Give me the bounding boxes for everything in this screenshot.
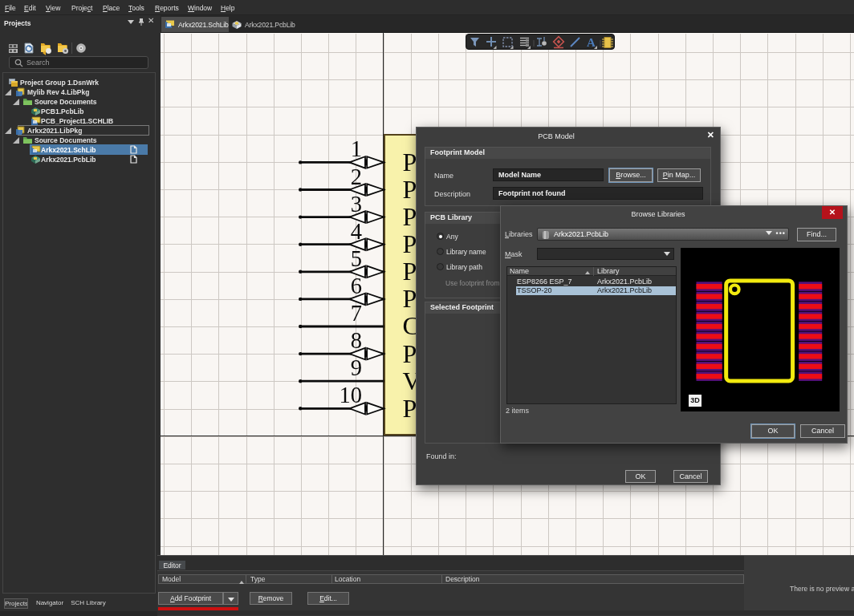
svg-text:A: A: [587, 36, 596, 49]
svg-text:P: P: [403, 229, 417, 258]
svg-text:9: 9: [351, 355, 362, 380]
svg-text:P: P: [403, 202, 417, 231]
svg-text:8: 8: [351, 328, 362, 353]
svg-text:P: P: [403, 339, 417, 368]
svg-text:2: 2: [351, 164, 362, 189]
svg-text:3: 3: [351, 192, 362, 217]
svg-text:5: 5: [351, 246, 362, 271]
svg-text:7: 7: [351, 301, 362, 326]
svg-text:P: P: [403, 175, 417, 204]
svg-text:P: P: [403, 257, 417, 286]
svg-text:10: 10: [340, 383, 363, 407]
svg-text:P: P: [403, 148, 417, 176]
svg-text:P: P: [403, 284, 417, 313]
svg-text:4: 4: [351, 219, 362, 244]
svg-text:P: P: [403, 394, 417, 423]
svg-text:1: 1: [351, 136, 362, 161]
svg-text:6: 6: [351, 274, 362, 298]
